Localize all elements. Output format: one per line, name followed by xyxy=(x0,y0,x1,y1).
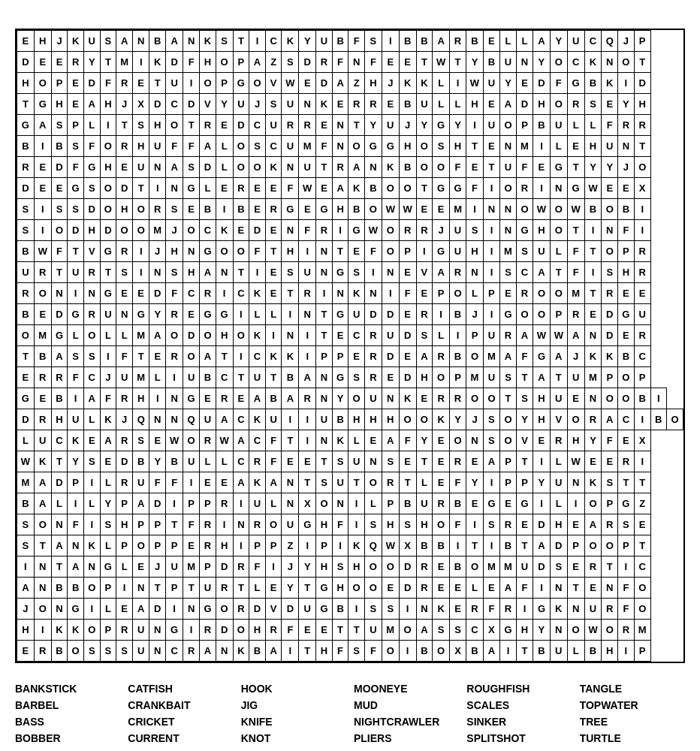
grid-cell: N xyxy=(382,262,399,283)
grid-cell: E xyxy=(116,283,133,304)
grid-cell: I xyxy=(348,493,365,514)
grid-cell: H xyxy=(584,136,602,157)
grid-cell: U xyxy=(166,556,183,578)
grid-cell: O xyxy=(550,199,567,220)
grid-cell: O xyxy=(34,599,51,620)
grid-cell: E xyxy=(567,556,584,578)
grid-cell: P xyxy=(316,346,333,367)
grid-cell: G xyxy=(216,304,233,325)
grid-cell: D xyxy=(533,73,551,94)
grid-cell: A xyxy=(83,94,100,115)
grid-cell: R xyxy=(618,451,635,472)
grid-cell: E xyxy=(17,367,35,388)
grid-cell: D xyxy=(602,325,618,346)
grid-cell: F xyxy=(450,157,466,178)
grid-cell: D xyxy=(51,157,68,178)
grid-cell: H xyxy=(149,115,166,136)
grid-cell: D xyxy=(382,304,399,325)
grid-cell: D xyxy=(68,220,84,241)
grid-cell: R xyxy=(316,52,333,73)
grid-cell: K xyxy=(416,73,433,94)
grid-cell: D xyxy=(17,178,35,199)
grid-cell: N xyxy=(216,641,233,662)
grid-cell: M xyxy=(584,367,602,388)
grid-cell: B xyxy=(399,94,416,115)
grid-cell: F xyxy=(567,262,584,283)
grid-cell: U xyxy=(499,52,516,73)
grid-cell: Y xyxy=(299,31,316,52)
grid-cell: L xyxy=(466,578,484,599)
word-item: JIG xyxy=(241,698,346,713)
grid-cell: K xyxy=(216,220,233,241)
grid-cell: U xyxy=(149,136,166,157)
grid-cell: T xyxy=(450,52,466,73)
grid-cell: S xyxy=(483,430,499,451)
grid-cell: B xyxy=(433,535,450,556)
grid-cell: E xyxy=(567,136,584,157)
grid-cell: O xyxy=(233,241,249,262)
grid-cell: F xyxy=(316,136,333,157)
grid-cell: N xyxy=(416,599,433,620)
grid-cell: C xyxy=(634,346,650,367)
grid-cell: Y xyxy=(332,388,348,409)
grid-cell: R xyxy=(364,325,382,346)
grid-cell: W xyxy=(282,73,299,94)
grid-cell: R xyxy=(200,430,216,451)
grid-cell: F xyxy=(332,641,348,662)
grid-cell: A xyxy=(550,346,567,367)
grid-cell: P xyxy=(399,241,416,262)
grid-cell: K xyxy=(34,451,51,472)
grid-cell: Y xyxy=(550,31,567,52)
grid-cell: O xyxy=(382,641,399,662)
grid-cell: I xyxy=(634,220,650,241)
grid-cell: P xyxy=(100,620,116,641)
grid-cell: K xyxy=(602,346,618,367)
grid-cell: R xyxy=(200,535,216,556)
grid-cell: U xyxy=(533,241,551,262)
grid-cell: O xyxy=(265,514,282,535)
grid-cell: G xyxy=(233,73,249,94)
grid-cell: E xyxy=(51,178,68,199)
grid-cell: D xyxy=(399,578,416,599)
grid-cell: N xyxy=(166,409,183,430)
grid-cell: T xyxy=(233,31,249,52)
grid-cell: E xyxy=(249,199,266,220)
grid-cell: C xyxy=(233,409,249,430)
grid-cell: K xyxy=(282,31,299,52)
grid-cell: N xyxy=(166,178,183,199)
grid-cell: T xyxy=(634,136,650,157)
grid-cell: C xyxy=(516,262,533,283)
grid-cell: T xyxy=(149,73,166,94)
grid-cell: S xyxy=(265,94,282,115)
grid-cell: U xyxy=(183,451,200,472)
grid-cell: A xyxy=(17,578,35,599)
grid-cell: W xyxy=(364,220,382,241)
grid-cell: R xyxy=(299,283,316,304)
grid-cell: O xyxy=(216,599,233,620)
grid-cell: R xyxy=(550,430,567,451)
grid-cell: G xyxy=(200,304,216,325)
grid-cell: I xyxy=(466,514,484,535)
grid-cell: D xyxy=(149,283,166,304)
grid-cell: T xyxy=(348,620,365,641)
grid-cell: L xyxy=(450,94,466,115)
grid-cell: O xyxy=(567,620,584,641)
grid-cell: N xyxy=(83,283,100,304)
grid-cell: P xyxy=(166,578,183,599)
grid-cell: B xyxy=(17,241,35,262)
grid-cell: P xyxy=(166,535,183,556)
grid-cell: W xyxy=(550,325,567,346)
grid-cell: L xyxy=(51,493,68,514)
grid-cell: U xyxy=(316,409,333,430)
grid-cell: O xyxy=(183,220,200,241)
grid-cell: N xyxy=(466,430,484,451)
word-search-grid: EHJKUSANBANKSTICKYUBFSIBBARBELLAYUCQJPDE… xyxy=(15,29,685,663)
grid-cell: R xyxy=(83,304,100,325)
word-item: NIGHTCRAWLER xyxy=(354,714,459,729)
grid-cell: S xyxy=(602,472,618,493)
grid-cell: B xyxy=(450,346,466,367)
grid-cell: C xyxy=(216,367,233,388)
grid-cell: I xyxy=(249,262,266,283)
grid-cell: E xyxy=(216,115,233,136)
grid-cell: A xyxy=(416,346,433,367)
